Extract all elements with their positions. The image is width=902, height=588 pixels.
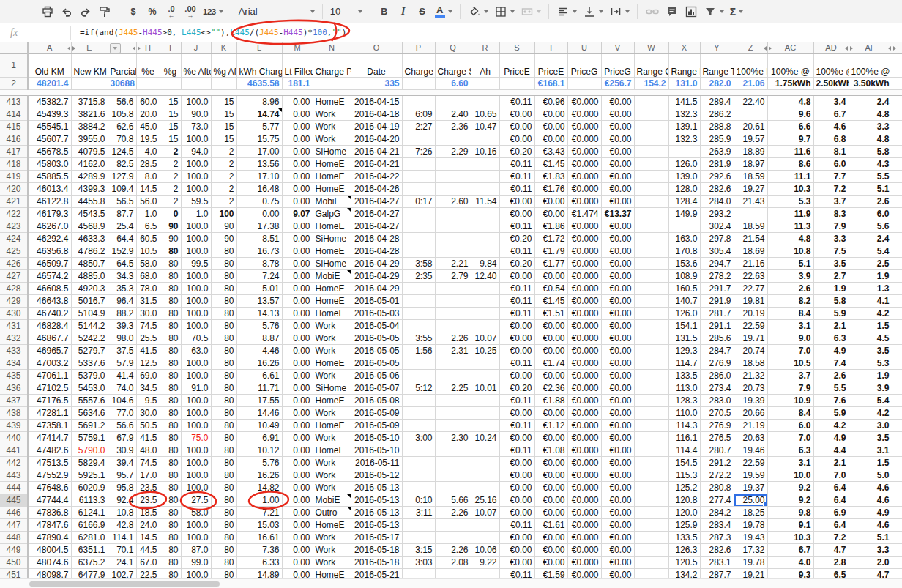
cell-AF436[interactable]: 3.9 xyxy=(849,382,892,394)
cell-Q421[interactable]: 2.60 xyxy=(435,195,471,207)
cell-N449[interactable]: Work xyxy=(313,543,351,556)
cell-F447[interactable]: 42.8 xyxy=(108,518,136,531)
cell-S436[interactable]: €0.20 xyxy=(499,382,534,394)
cell-M444[interactable]: 0.00 xyxy=(282,481,313,494)
cell-T422[interactable]: €0.00 xyxy=(534,207,567,220)
cell-AF441[interactable]: 3.1 xyxy=(849,444,892,456)
cell-M420[interactable]: 0.00 xyxy=(282,182,313,195)
cell-AF448[interactable]: 5.1 xyxy=(849,531,892,543)
cell-Y419[interactable]: 292.6 xyxy=(700,170,734,182)
cell-T418[interactable]: €1.45 xyxy=(534,157,567,170)
cell-Q449[interactable]: 2.26 xyxy=(435,543,471,556)
cell-Y447[interactable]: 283.4 xyxy=(700,518,734,531)
cell-edge-428[interactable] xyxy=(892,282,902,294)
cell-O419[interactable]: 2016-04-22 xyxy=(351,170,402,182)
cell-X434[interactable]: 114.7 xyxy=(668,357,700,369)
cell-H437[interactable]: 9.5 xyxy=(136,394,160,406)
cell-F416[interactable]: 70.8 xyxy=(108,133,136,145)
column-header-H[interactable]: H xyxy=(136,42,160,53)
row-header-1[interactable]: 1 xyxy=(0,53,28,77)
cell-J1[interactable]: %e After xyxy=(181,53,211,77)
cell-E418[interactable]: 4162.0 xyxy=(71,157,108,170)
cell-E435[interactable]: 5379.0 xyxy=(71,369,108,382)
cell-J432[interactable]: 70.5 xyxy=(181,332,211,344)
cell-X425[interactable]: 170.8 xyxy=(668,245,700,257)
cell-AC425[interactable]: 10.8 xyxy=(767,245,813,257)
cell-R442[interactable] xyxy=(471,456,499,469)
cell-S416[interactable]: €0.00 xyxy=(499,133,534,145)
cell-O439[interactable]: 2016-05-09 xyxy=(351,419,402,431)
cell-N1[interactable]: Charge Place xyxy=(313,53,351,77)
cell-V426[interactable]: €0.00 xyxy=(601,257,634,269)
cell-O2[interactable]: 335 xyxy=(351,77,402,89)
cell-V441[interactable]: €0.00 xyxy=(601,444,634,456)
cell-W426[interactable] xyxy=(634,257,668,269)
cell-A431[interactable]: 46828.4 xyxy=(28,319,71,332)
cell-edge-440[interactable] xyxy=(892,431,902,444)
column-header-AF[interactable]: AF xyxy=(849,42,892,53)
cell-Q419[interactable] xyxy=(435,170,471,182)
cell-O422[interactable]: 2016-04-27 xyxy=(351,207,402,220)
cell-P419[interactable] xyxy=(402,170,435,182)
cell-T447[interactable]: €1.61 xyxy=(534,518,567,531)
cell-Y414[interactable]: 286.2 xyxy=(700,108,734,120)
cell-W418[interactable] xyxy=(634,157,668,170)
cell-O418[interactable]: 2016-04-21 xyxy=(351,157,402,170)
cell-Z419[interactable]: 18.59 xyxy=(734,170,767,182)
scrollbar-thumb[interactable] xyxy=(29,581,220,587)
cell-U425[interactable]: €0.000 xyxy=(567,245,601,257)
cell-P418[interactable] xyxy=(402,157,435,170)
cell-A445[interactable]: 47744.4 xyxy=(28,494,71,506)
cell-P417[interactable]: 7:26 xyxy=(402,145,435,157)
cell-U423[interactable]: €0.000 xyxy=(567,220,601,232)
cell-AD423[interactable]: 7.9 xyxy=(813,220,849,232)
column-header-AC[interactable]: AC xyxy=(767,42,813,53)
cell-O446[interactable]: 2016-05-13 xyxy=(351,506,402,518)
cell-AD421[interactable]: 3.7 xyxy=(813,195,849,207)
cell-AF447[interactable]: 4.6 xyxy=(849,518,892,531)
cell-X437[interactable]: 128.3 xyxy=(668,394,700,406)
cell-S446[interactable]: €0.00 xyxy=(499,506,534,518)
cell-Y420[interactable]: 282.6 xyxy=(700,182,734,195)
cell-AC417[interactable]: 11.6 xyxy=(767,145,813,157)
cell-X446[interactable]: 120.0 xyxy=(668,506,700,518)
cell-O436[interactable]: 2016-05-07 xyxy=(351,382,402,394)
cell-M419[interactable]: 0.00 xyxy=(282,170,313,182)
cell-M426[interactable]: 0.00 xyxy=(282,257,313,269)
cell-V442[interactable]: €0.00 xyxy=(601,456,634,469)
cell-E415[interactable]: 3884.2 xyxy=(71,120,108,133)
cell-Z447[interactable]: 19.78 xyxy=(734,518,767,531)
cell-O440[interactable]: 2016-05-10 xyxy=(351,431,402,444)
cell-edge-421[interactable] xyxy=(892,195,902,207)
column-header-O[interactable]: O xyxy=(351,42,402,53)
cell-A443[interactable]: 47552.9 xyxy=(28,469,71,481)
cell-X424[interactable]: 163.0 xyxy=(668,232,700,245)
cell-I423[interactable]: 90 xyxy=(160,220,181,232)
cell-N424[interactable]: SiHome xyxy=(313,232,351,245)
cell-K441[interactable]: 80 xyxy=(211,444,236,456)
cell-W442[interactable] xyxy=(634,456,668,469)
cell-V448[interactable]: €0.00 xyxy=(601,531,634,543)
cell-T429[interactable]: €1.45 xyxy=(534,294,567,307)
cell-S415[interactable]: €0.00 xyxy=(499,120,534,133)
cell-H442[interactable]: 74.5 xyxy=(136,456,160,469)
cell-O448[interactable]: 2016-05-17 xyxy=(351,531,402,543)
cell-AF427[interactable]: 1.9 xyxy=(849,269,892,282)
cell-F424[interactable]: 64.4 xyxy=(108,232,136,245)
cell-U436[interactable]: €0.000 xyxy=(567,382,601,394)
cell-edge-420[interactable] xyxy=(892,182,902,195)
cell-A438[interactable]: 47281.1 xyxy=(28,406,71,419)
cell-H441[interactable]: 48.0 xyxy=(136,444,160,456)
cell-A446[interactable]: 47836.8 xyxy=(28,506,71,518)
cell-W421[interactable] xyxy=(634,195,668,207)
cell-W434[interactable] xyxy=(634,357,668,369)
cell-O417[interactable]: 2016-04-21 xyxy=(351,145,402,157)
column-header-W[interactable]: W xyxy=(634,42,668,53)
cell-S422[interactable]: €0.00 xyxy=(499,207,534,220)
cell-J433[interactable]: 63.0 xyxy=(181,344,211,357)
cell-Q420[interactable] xyxy=(435,182,471,195)
cell-L449[interactable]: 7.36 xyxy=(236,543,282,556)
cell-I421[interactable]: 2 xyxy=(160,195,181,207)
cell-M416[interactable]: 0.00 xyxy=(282,133,313,145)
cell-AF417[interactable]: 5.8 xyxy=(849,145,892,157)
